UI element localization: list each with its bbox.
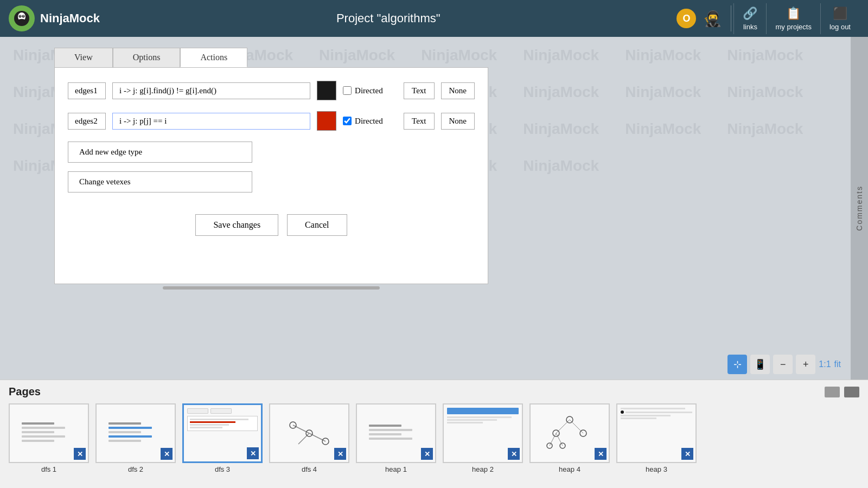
edge1-directed-checkbox[interactable]	[343, 86, 352, 95]
edge1-text-btn[interactable]: Text	[404, 82, 434, 99]
divider	[731, 5, 731, 31]
tab-actions[interactable]: Actions	[180, 48, 247, 67]
svg-point-5	[23, 16, 24, 17]
page-item-heap3[interactable]: ✕ heap 3	[616, 403, 697, 473]
edge2-formula[interactable]	[112, 113, 310, 130]
page-icon-heap1: ✕	[421, 448, 433, 460]
page-label-heap4: heap 4	[559, 465, 580, 473]
my-projects-label: my projects	[775, 23, 811, 31]
dialog-wrapper: View Options Actions edges1 Directed Tex…	[54, 48, 488, 290]
page-icon-dfs1: ✕	[74, 448, 86, 460]
edge1-directed: Directed	[343, 86, 397, 95]
device-toggle-button[interactable]: 📱	[750, 355, 770, 374]
logout-icon: ⬛	[833, 7, 847, 21]
links-icon: 🔗	[743, 7, 757, 21]
page-icon-dfs2: ✕	[161, 448, 173, 460]
add-edge-type-button[interactable]: Add new edge type	[68, 142, 252, 163]
page-item-heap1[interactable]: ✕ heap 1	[356, 403, 436, 473]
scrollbar-thumb[interactable]	[163, 286, 380, 290]
zoom-in-button[interactable]: +	[796, 355, 815, 374]
page-item-dfs2[interactable]: ✕ dfs 2	[95, 403, 176, 473]
page-thumb-heap1: ✕	[356, 403, 436, 463]
page-icon-heap2: ✕	[508, 448, 520, 460]
pan-control-button[interactable]: ⊹	[727, 355, 747, 374]
page-thumb-dfs1: ✕	[9, 403, 89, 463]
logo-text: NinjaMock	[40, 11, 100, 25]
edge2-directed: Directed	[343, 117, 397, 126]
my-projects-button[interactable]: 📋 my projects	[766, 3, 820, 34]
change-vertices-button[interactable]: Change vetexes	[68, 171, 252, 192]
page-item-dfs3[interactable]: ✕ dfs 3	[182, 403, 263, 473]
page-item-heap4[interactable]: ✕ heap 4	[529, 403, 610, 473]
tab-view[interactable]: View	[54, 48, 113, 67]
edge2-directed-label: Directed	[355, 117, 383, 126]
page-label-dfs4: dfs 4	[302, 465, 317, 473]
svg-line-15	[556, 433, 563, 446]
page-icon-heap3: ✕	[681, 448, 693, 460]
header-actions: O 🥷 🔗 links 📋 my projects ⬛ log out	[676, 3, 859, 34]
pages-section: Pages ✕ dfs 1	[0, 380, 868, 488]
logo: NinjaMock	[9, 5, 100, 31]
notification-badge[interactable]: O	[676, 9, 696, 28]
edge2-name[interactable]: edges2	[68, 113, 106, 130]
svg-line-14	[550, 433, 556, 446]
projects-icon: 📋	[786, 7, 801, 21]
page-item-heap2[interactable]: ✕ heap 2	[443, 403, 523, 473]
save-changes-button[interactable]: Save changes	[195, 214, 278, 236]
comments-label: Comments	[855, 185, 864, 231]
edge1-formula[interactable]	[112, 82, 310, 99]
pages-list-view-btn[interactable]	[825, 387, 840, 397]
canvas-area: NinjaMock NinjaMock NinjaMock NinjaMock …	[0, 37, 868, 380]
project-title: Project "algorithms"	[108, 11, 668, 25]
edge1-color-swatch[interactable]	[317, 81, 336, 100]
pages-title: Pages	[9, 386, 41, 398]
zoom-ratio-label[interactable]: 1:1	[819, 359, 831, 369]
tab-options[interactable]: Options	[113, 48, 181, 67]
edge2-directed-checkbox[interactable]	[343, 117, 352, 125]
edge2-none-btn[interactable]: None	[441, 113, 475, 130]
cancel-button[interactable]: Cancel	[287, 214, 347, 236]
page-label-dfs1: dfs 1	[41, 465, 56, 473]
edge1-name[interactable]: edges1	[68, 82, 106, 99]
horizontal-scrollbar	[54, 286, 488, 290]
edge1-directed-label: Directed	[355, 86, 383, 95]
page-label-heap2: heap 2	[472, 465, 494, 473]
edge2-color-swatch[interactable]	[317, 111, 336, 131]
logout-label: log out	[829, 23, 851, 31]
links-label: links	[743, 23, 757, 31]
comments-sidebar[interactable]: Comments	[851, 37, 868, 380]
pages-header: Pages	[9, 386, 859, 398]
header: NinjaMock Project "algorithms" O 🥷 🔗 lin…	[0, 0, 868, 37]
canvas-controls: ⊹ 📱 − + 1:1 fit	[727, 355, 841, 374]
dialog-footer: Save changes Cancel	[68, 214, 475, 236]
page-icon-dfs3: ✕	[247, 447, 259, 459]
edge1-none-btn[interactable]: None	[441, 82, 475, 99]
page-thumb-dfs3: ✕	[182, 403, 263, 463]
pages-grid-view-btn[interactable]	[844, 387, 859, 397]
zoom-out-button[interactable]: −	[773, 355, 793, 374]
ninja-avatar: 🥷	[700, 7, 724, 30]
page-label-heap1: heap 1	[385, 465, 407, 473]
fit-label[interactable]: fit	[834, 359, 841, 369]
svg-point-6	[17, 19, 27, 24]
edge-row-2: edges2 Directed Text None	[68, 111, 475, 131]
pages-header-actions	[825, 387, 859, 397]
page-icon-dfs4: ✕	[334, 448, 346, 460]
page-thumb-heap3: ✕	[616, 403, 697, 463]
page-label-heap3: heap 3	[646, 465, 667, 473]
logo-icon	[9, 5, 35, 31]
page-thumb-dfs4: ✕	[269, 403, 349, 463]
links-button[interactable]: 🔗 links	[733, 3, 766, 34]
page-item-dfs4[interactable]: ✕ dfs 4	[269, 403, 349, 473]
page-item-dfs1[interactable]: ✕ dfs 1	[9, 403, 89, 473]
dialog-box: edges1 Directed Text None edges2 Directe…	[54, 67, 488, 284]
tab-bar: View Options Actions	[54, 48, 488, 67]
edge-row-1: edges1 Directed Text None	[68, 81, 475, 100]
page-label-dfs2: dfs 2	[128, 465, 143, 473]
page-icon-heap4: ✕	[595, 448, 607, 460]
page-thumb-heap4: ✕	[529, 403, 610, 463]
svg-line-8	[298, 433, 309, 444]
page-label-dfs3: dfs 3	[215, 465, 230, 473]
edge2-text-btn[interactable]: Text	[404, 113, 434, 130]
logout-button[interactable]: ⬛ log out	[820, 3, 859, 34]
